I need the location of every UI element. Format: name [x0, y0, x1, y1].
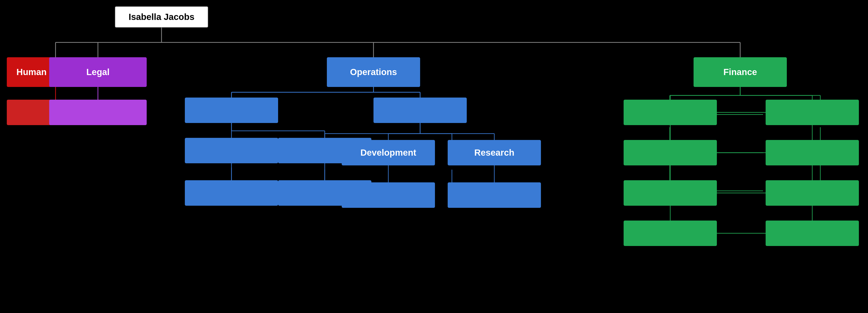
finance-left-2 — [624, 140, 717, 165]
research-child — [448, 182, 541, 208]
legal-label: Legal — [86, 67, 110, 77]
research-node: Research — [448, 140, 541, 165]
ops-label: Operations — [350, 67, 397, 77]
finance-right-3 — [766, 180, 859, 206]
finance-left-4 — [624, 221, 717, 246]
ops-node: Operations — [327, 57, 420, 87]
development-label: Development — [360, 148, 416, 158]
finance-left-1 — [624, 100, 717, 125]
org-chart: Isabella Jacobs Human Resources Legal Op… — [0, 0, 868, 313]
legal-child-node — [49, 100, 147, 125]
legal-node: Legal — [49, 57, 147, 87]
ops-left-child2 — [185, 180, 278, 206]
ops-child-right — [373, 97, 467, 123]
finance-right-1 — [766, 100, 859, 125]
finance-right-4 — [766, 221, 859, 246]
finance-label: Finance — [723, 67, 757, 77]
ops-child-left — [185, 97, 278, 123]
finance-left-3 — [624, 180, 717, 206]
development-node: Development — [342, 140, 435, 165]
finance-right-2 — [766, 140, 859, 165]
root-label: Isabella Jacobs — [129, 12, 194, 22]
root-node: Isabella Jacobs — [115, 6, 208, 28]
research-label: Research — [474, 148, 514, 158]
ops-left-child1 — [185, 138, 278, 163]
dev-child — [342, 182, 435, 208]
finance-node: Finance — [693, 57, 787, 87]
